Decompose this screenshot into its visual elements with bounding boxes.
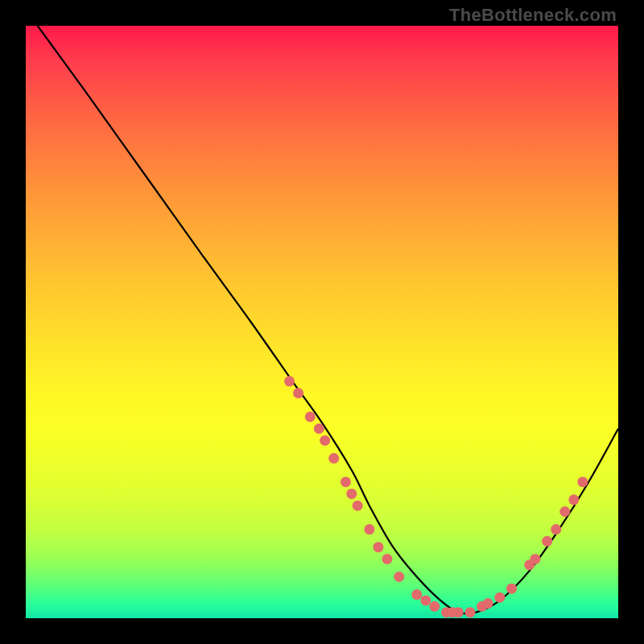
- data-marker: [465, 607, 476, 617]
- data-marker: [551, 524, 561, 535]
- data-marker: [364, 524, 374, 535]
- data-marker: [542, 536, 552, 547]
- data-marker: [559, 506, 570, 517]
- data-marker: [284, 376, 295, 386]
- data-marker: [411, 589, 422, 600]
- data-marker: [314, 423, 324, 434]
- data-marker: [483, 598, 493, 609]
- bottleneck-curve-line: [38, 26, 618, 613]
- data-marker: [382, 554, 392, 564]
- chart-svg: [26, 26, 618, 618]
- chart-container: TheBottleneck.com: [0, 0, 644, 644]
- data-marker: [568, 494, 579, 505]
- data-marker: [429, 601, 440, 612]
- data-marker: [453, 607, 464, 617]
- data-marker: [328, 453, 339, 464]
- data-marker: [494, 592, 505, 603]
- data-marker: [346, 489, 357, 499]
- data-marker: [341, 477, 351, 487]
- data-marker: [506, 584, 517, 594]
- data-marker: [353, 501, 363, 511]
- data-marker: [420, 595, 431, 605]
- data-marker: [373, 542, 383, 552]
- data-marker: [320, 436, 330, 446]
- watermark-text: TheBottleneck.com: [449, 5, 617, 26]
- data-marker: [293, 388, 303, 398]
- data-markers: [284, 376, 588, 617]
- data-marker: [577, 477, 588, 487]
- data-marker: [394, 572, 404, 582]
- plot-area: [26, 26, 618, 618]
- data-marker: [305, 411, 316, 422]
- data-marker: [530, 554, 540, 564]
